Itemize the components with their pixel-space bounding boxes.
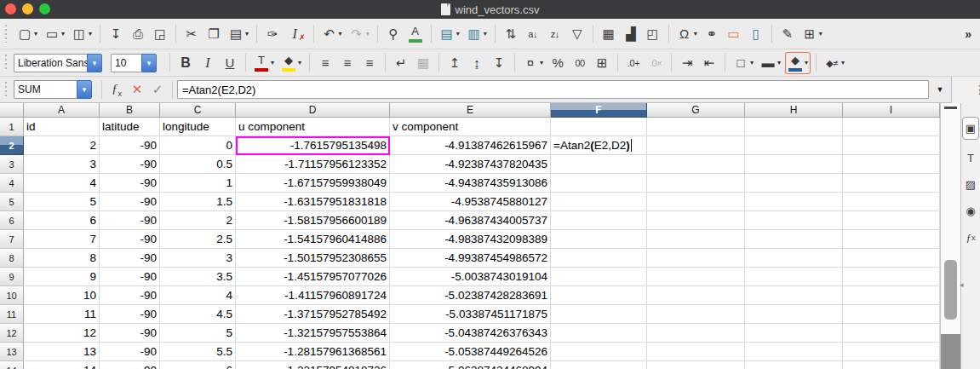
cell-G11[interactable] bbox=[647, 305, 745, 324]
cell-I3[interactable] bbox=[843, 155, 940, 174]
cell-D8[interactable]: -1.50157952308655 bbox=[236, 249, 390, 268]
find-and-replace-button[interactable]: ⚲ bbox=[383, 23, 404, 45]
toolbar-overflow-button[interactable]: » bbox=[965, 27, 971, 41]
row-header-10[interactable]: 10 bbox=[0, 286, 24, 305]
sort-button[interactable]: ⇅ bbox=[501, 23, 521, 45]
column-header-E[interactable]: E bbox=[390, 103, 551, 118]
sidebar-tab-functions[interactable]: ƒx bbox=[962, 228, 979, 247]
cell-D12[interactable]: -1.32157957553864 bbox=[236, 324, 390, 343]
cell-A10[interactable]: 10 bbox=[24, 286, 100, 305]
export-pdf-button[interactable]: ↧ bbox=[106, 23, 126, 45]
cell-D2[interactable]: -1.7615795135498 bbox=[236, 136, 390, 155]
cell-D3[interactable]: -1.71157956123352 bbox=[236, 155, 390, 174]
cell-G12[interactable] bbox=[647, 324, 745, 343]
borders-button[interactable]: □▾ bbox=[731, 52, 756, 74]
cell-D13[interactable]: -1.28157961368561 bbox=[236, 343, 390, 361]
cell-B6[interactable]: -90 bbox=[100, 211, 160, 230]
font-size-value[interactable]: 10 bbox=[111, 54, 141, 72]
cell-I5[interactable] bbox=[843, 193, 940, 211]
column-header-G[interactable]: G bbox=[647, 103, 745, 118]
cell-I6[interactable] bbox=[843, 211, 940, 230]
toolbar-grip[interactable] bbox=[5, 82, 8, 97]
cell-C2[interactable]: 0 bbox=[160, 136, 236, 155]
align-right-button[interactable]: ≡ bbox=[359, 52, 380, 74]
cell-F12[interactable] bbox=[551, 324, 647, 343]
edit-mode-button[interactable]: ✎ bbox=[777, 23, 798, 45]
cell-I7[interactable] bbox=[843, 230, 940, 249]
cell-A6[interactable]: 6 bbox=[24, 211, 100, 230]
formula-input[interactable]: =Atan2(E2,D2) bbox=[177, 80, 929, 99]
autofilter-button[interactable]: ▽ bbox=[567, 23, 587, 45]
cell-A11[interactable]: 11 bbox=[24, 305, 100, 324]
cell-I14[interactable] bbox=[843, 361, 940, 369]
cell-G2[interactable] bbox=[647, 136, 745, 155]
column-header-B[interactable]: B bbox=[100, 103, 160, 118]
cell-F7[interactable] bbox=[551, 230, 647, 249]
border-color-dropdown[interactable]: ▾ bbox=[805, 59, 808, 66]
cell-G7[interactable] bbox=[647, 230, 745, 249]
row-header-7[interactable]: 7 bbox=[0, 230, 24, 249]
cell-F4[interactable] bbox=[551, 174, 647, 193]
format-as-currency-button[interactable]: ¤▾ bbox=[520, 52, 546, 74]
cell-D11[interactable]: -1.37157952785492 bbox=[236, 305, 390, 324]
insert-special-character-button[interactable]: Ω▾ bbox=[674, 23, 700, 45]
add-decimal-place-button[interactable]: .0+ bbox=[623, 52, 644, 74]
cell-B10[interactable]: -90 bbox=[100, 286, 160, 305]
cell-E12[interactable]: -5.04387426376343 bbox=[390, 324, 551, 343]
cell-G14[interactable] bbox=[647, 361, 745, 369]
cell-H14[interactable] bbox=[745, 361, 843, 369]
split-handle[interactable] bbox=[944, 103, 957, 109]
vertical-scrollbar[interactable] bbox=[940, 103, 960, 369]
highlighting-color-button[interactable]: ◆▾ bbox=[278, 52, 304, 74]
cell-G4[interactable] bbox=[647, 174, 745, 193]
cell-H9[interactable] bbox=[745, 268, 843, 286]
cell-E8[interactable]: -4.99387454986572 bbox=[390, 249, 551, 268]
cell-B11[interactable]: -90 bbox=[100, 305, 160, 324]
cell-D5[interactable]: -1.63157951831818 bbox=[236, 193, 390, 211]
font-name-value[interactable]: Liberation Sans bbox=[14, 54, 87, 72]
row-header-4[interactable]: 4 bbox=[0, 174, 24, 193]
border-style-button[interactable]: ▬▾ bbox=[758, 52, 783, 74]
spelling-button[interactable]: A bbox=[405, 23, 426, 45]
row-header-9[interactable]: 9 bbox=[0, 268, 24, 286]
function-wizard-button[interactable]: ƒx bbox=[106, 82, 127, 98]
conditional-formatting-button[interactable]: ◆≠▾ bbox=[822, 52, 847, 74]
close-button[interactable] bbox=[5, 3, 16, 14]
paste-dropdown[interactable]: ▾ bbox=[245, 30, 249, 37]
cell-C10[interactable]: 4 bbox=[160, 286, 236, 305]
cell-D4[interactable]: -1.67157959938049 bbox=[236, 174, 390, 193]
insert-column-dropdown[interactable]: ▾ bbox=[484, 30, 487, 37]
cell-B9[interactable]: -90 bbox=[100, 268, 160, 286]
cell-G3[interactable] bbox=[647, 155, 745, 174]
cell-G8[interactable] bbox=[647, 249, 745, 268]
sidebar-tab-properties[interactable]: ▣ bbox=[962, 117, 979, 140]
cell-F6[interactable] bbox=[551, 211, 647, 230]
insert-row-dropdown[interactable]: ▾ bbox=[456, 30, 460, 37]
undo-dropdown[interactable]: ▾ bbox=[339, 30, 342, 37]
cell-F13[interactable] bbox=[551, 343, 647, 361]
insert-comment-button[interactable]: ▭ bbox=[724, 23, 744, 45]
new-document-dropdown[interactable]: ▾ bbox=[34, 30, 37, 37]
cell-C5[interactable]: 1.5 bbox=[160, 193, 236, 211]
cell-E11[interactable]: -5.03387451171875 bbox=[390, 305, 551, 324]
name-box[interactable]: SUM ▾ bbox=[14, 80, 92, 99]
redo-dropdown[interactable]: ▾ bbox=[366, 30, 370, 37]
cell-A7[interactable]: 7 bbox=[24, 230, 100, 249]
column-header-H[interactable]: H bbox=[745, 103, 843, 118]
row-header-11[interactable]: 11 bbox=[0, 305, 24, 324]
row-header-6[interactable]: 6 bbox=[0, 211, 24, 230]
cell-D7[interactable]: -1.54157960414886 bbox=[236, 230, 390, 249]
conditional-formatting-dropdown[interactable]: ▾ bbox=[841, 59, 845, 66]
paste-button[interactable]: ▤▾ bbox=[226, 23, 251, 45]
pivot-table-button[interactable]: ◰ bbox=[643, 23, 663, 45]
cell-E5[interactable]: -4.9538745880127 bbox=[390, 193, 551, 211]
cell-B12[interactable]: -90 bbox=[100, 324, 160, 343]
row-header-12[interactable]: 12 bbox=[0, 324, 24, 343]
cell-E13[interactable]: -5.05387449264526 bbox=[390, 343, 551, 361]
sort-ascending-button[interactable]: a↓ bbox=[523, 23, 543, 45]
cell-H7[interactable] bbox=[745, 230, 843, 249]
toolbar-grip[interactable] bbox=[5, 55, 8, 71]
accept-button[interactable]: ✓ bbox=[147, 82, 168, 97]
cell-C14[interactable]: 6 bbox=[160, 361, 236, 369]
clear-formatting-button[interactable]: I✗ bbox=[284, 23, 308, 45]
